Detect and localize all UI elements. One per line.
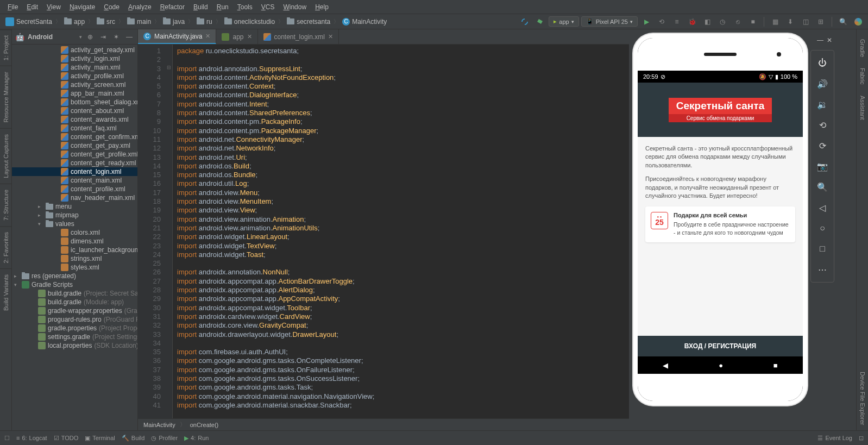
tab-content-login[interactable]: content_login.xml✕ xyxy=(258,29,339,44)
bottom-todo[interactable]: ☑TODO xyxy=(54,435,79,442)
bottom-event-log[interactable]: ☰Event Log xyxy=(817,435,852,442)
menu-analyze[interactable]: Analyze xyxy=(124,3,156,11)
dropdown-icon[interactable]: ▾ xyxy=(79,34,82,40)
code-content[interactable]: package ru.oneclickstudio.secretsanta; i… xyxy=(173,45,629,418)
tree-item[interactable]: content_main.xml xyxy=(12,176,137,185)
tree-item[interactable]: nav_header_main.xml xyxy=(12,193,137,202)
right-tool-gradle[interactable]: Gradle xyxy=(858,34,867,62)
crumb-mainactivity[interactable]: CMainActivity xyxy=(340,18,389,26)
tree-item[interactable]: content_faq.xml xyxy=(12,124,137,133)
locate-icon[interactable]: ⊕ xyxy=(85,32,95,42)
close-icon[interactable]: ✕ xyxy=(247,33,252,40)
tree-item[interactable]: build.gradle (Module: app) xyxy=(12,298,137,306)
fold-gutter[interactable]: ⊟ xyxy=(165,45,173,418)
emu-home-button[interactable]: ○ xyxy=(813,219,832,237)
tree-item[interactable]: local.properties (SDK Location) xyxy=(12,341,137,350)
tree-item[interactable]: activity_screen.xml xyxy=(12,80,137,89)
menu-help[interactable]: Help xyxy=(311,3,333,11)
settings-icon[interactable]: ✶ xyxy=(111,32,121,42)
right-tool-device-file-explorer[interactable]: Device File Explorer xyxy=(858,366,867,430)
crumb-project[interactable]: SecretSanta xyxy=(3,17,54,26)
assistant-icon[interactable] xyxy=(852,15,865,28)
close-icon[interactable]: ✕ xyxy=(328,33,333,40)
tree-item[interactable]: activity_login.xml xyxy=(12,54,137,63)
emu-back-button[interactable]: ◁ xyxy=(813,198,832,217)
bottom-profiler[interactable]: ◷Profiler xyxy=(151,435,178,442)
tree-item[interactable]: ic_launcher_background.xml xyxy=(12,246,137,254)
menu-code[interactable]: Code xyxy=(99,3,124,11)
profile-button[interactable]: ◷ xyxy=(716,15,729,28)
left-tool-layout-captures[interactable]: Layout Captures xyxy=(0,128,11,184)
menu-build[interactable]: Build xyxy=(189,3,212,11)
make-icon[interactable] xyxy=(533,15,546,28)
apply-changes-icon[interactable]: ⟲ xyxy=(655,15,668,28)
right-tool-assistant[interactable]: Assistant xyxy=(858,90,867,126)
emu-screenshot-button[interactable]: 📷 xyxy=(813,157,832,176)
left-tool-build-variants[interactable]: Build Variants xyxy=(0,268,11,316)
tree-item[interactable]: activity_main.xml xyxy=(12,63,137,72)
menu-navigate[interactable]: Navigate xyxy=(65,3,99,11)
tree-item[interactable]: ▸mipmap xyxy=(12,211,137,220)
search-button[interactable]: 🔍 xyxy=(836,15,850,28)
login-button[interactable]: ВХОД / РЕГИСТРАЦИЯ xyxy=(638,336,803,356)
tree-item[interactable]: content_login.xml xyxy=(12,167,137,176)
collapse-icon[interactable]: ⇥ xyxy=(98,32,108,42)
run-button[interactable]: ▶ xyxy=(640,15,653,28)
menu-vcs[interactable]: VCS xyxy=(257,3,279,11)
attach-button[interactable]: ⎋ xyxy=(731,15,744,28)
tree-item[interactable]: content_get_ready.xml xyxy=(12,159,137,167)
bottom-logcat[interactable]: ≡6: Logcat xyxy=(16,435,47,441)
resource-manager-icon[interactable]: ◫ xyxy=(799,15,812,28)
device-selector[interactable]: 📱Pixel API 25▾ xyxy=(581,16,638,27)
emu-overview-button[interactable]: □ xyxy=(813,240,832,258)
tab-app[interactable]: app✕ xyxy=(216,29,257,44)
crumb-src[interactable]: src xyxy=(95,18,117,26)
nav-recent-icon[interactable]: ■ xyxy=(773,361,778,369)
emu-more-button[interactable]: ⋯ xyxy=(813,260,832,279)
tree-item[interactable]: activity_get_ready.xml xyxy=(12,46,137,54)
tree-item[interactable]: content_get_profile.xml xyxy=(12,150,137,159)
left-tool-favorites[interactable]: 2: Favorites xyxy=(0,226,11,268)
tree-item[interactable]: dimens.xml xyxy=(12,237,137,246)
bottom-terminal[interactable]: ▣Terminal xyxy=(85,435,115,442)
footer-class[interactable]: MainActivity xyxy=(143,422,175,428)
emu-zoom-button[interactable]: 🔍 xyxy=(813,178,832,196)
tree-item[interactable]: activity_profile.xml xyxy=(12,72,137,80)
tree-item[interactable]: settings.gradle (Project Settings) xyxy=(12,333,137,341)
crumb-main[interactable]: main xyxy=(125,18,153,26)
emu-power-button[interactable]: ⏻ xyxy=(813,54,832,72)
quick-access-icon[interactable]: ☐ xyxy=(4,435,10,442)
menu-refactor[interactable]: Refactor xyxy=(156,3,189,11)
left-tool-resource-manager[interactable]: Resource Manager xyxy=(0,66,11,128)
menu-window[interactable]: Window xyxy=(279,3,311,11)
tree-item[interactable]: bottom_sheet_dialog.xml xyxy=(12,98,137,106)
close-icon[interactable]: ✕ xyxy=(205,33,210,40)
crumb-app[interactable]: app xyxy=(62,18,87,26)
tree-item[interactable]: content_get_pay.xml xyxy=(12,141,137,150)
bottom-run[interactable]: ▶4: Run xyxy=(184,435,209,442)
tree-item[interactable]: proguard-rules.pro (ProGuard Rules xyxy=(12,315,137,324)
app-body[interactable]: Секретный санта - это уютный кроссплатфо… xyxy=(638,137,803,336)
menu-run[interactable]: Run xyxy=(212,3,233,11)
bottom-lock-icon[interactable]: ⊡ xyxy=(859,435,864,442)
tree-item[interactable]: strings.xml xyxy=(12,254,137,263)
tree-item[interactable]: content_about.xml xyxy=(12,106,137,115)
menu-tools[interactable]: Tools xyxy=(233,3,257,11)
info-card[interactable]: ● ●25 Подарки для всей семьи Пробудите в… xyxy=(645,206,795,242)
tree-item[interactable]: gradle-wrapper.properties (Gradle V xyxy=(12,306,137,315)
tab-mainactivity[interactable]: CMainActivity.java✕ xyxy=(138,29,216,44)
close-icon[interactable]: ✕ xyxy=(827,36,832,44)
bottom-build[interactable]: 🔨Build xyxy=(122,435,144,442)
stop-button[interactable]: ■ xyxy=(746,15,759,28)
left-tool-project[interactable]: 1: Project xyxy=(0,29,11,66)
tree-item[interactable]: styles.xml xyxy=(12,263,137,272)
left-tool-structure[interactable]: 7: Structure xyxy=(0,184,11,226)
hide-icon[interactable]: — xyxy=(124,32,134,42)
editor[interactable]: 1234567891011121314151617181920212223242… xyxy=(138,45,629,418)
minimize-icon[interactable]: — xyxy=(817,36,823,44)
crumb-oneclick[interactable]: oneclickstudio xyxy=(222,18,277,26)
emu-rotate-left-button[interactable]: ⟲ xyxy=(813,116,832,134)
nav-back-icon[interactable]: ◀ xyxy=(663,361,668,369)
tree-item[interactable]: app_bar_main.xml xyxy=(12,89,137,98)
menu-view[interactable]: View xyxy=(42,3,65,11)
